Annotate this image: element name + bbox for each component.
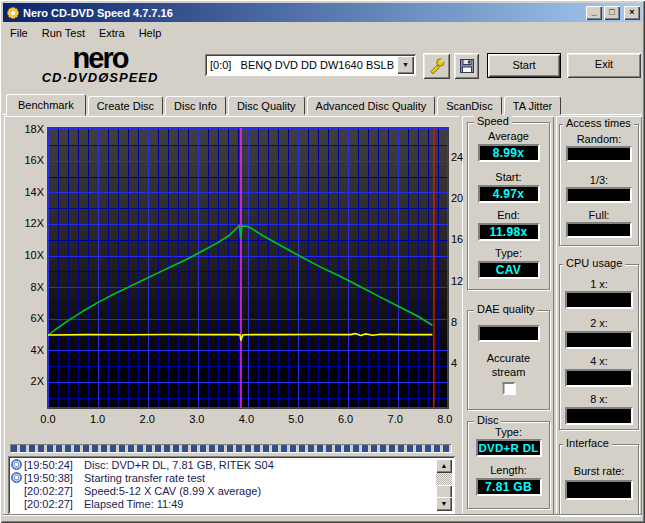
nero-logo: nero CD·DVDØSPEED — [14, 46, 186, 85]
log-entry: [20:02:27] Speed:5-12 X CAV (8.99 X aver… — [11, 484, 437, 497]
cpu-1x-value — [565, 291, 633, 309]
one-third-access-label: 1/3: — [560, 174, 638, 186]
cpu-1x-label: 1 x: — [560, 278, 638, 290]
menu-help[interactable]: Help — [132, 25, 169, 41]
cpu-usage-group-title: CPU usage — [563, 257, 625, 269]
app-window: Nero CD-DVD Speed 4.7.7.16 _ □ × File Ru… — [0, 0, 645, 523]
menu-extra[interactable]: Extra — [92, 25, 132, 41]
nero-logo-wordmark: nero — [14, 46, 186, 70]
access-times-group-title: Access times — [563, 117, 634, 129]
close-button[interactable]: × — [624, 6, 640, 20]
log-entry: [19:50:24] Disc: DVD+R DL, 7.81 GB, RITE… — [11, 458, 437, 471]
start-speed-value: 4.97x — [478, 185, 540, 203]
log-time: [20:02:27] — [24, 498, 84, 510]
tab-disc-quality[interactable]: Disc Quality — [228, 96, 305, 115]
scroll-down-icon[interactable]: ▼ — [436, 497, 452, 511]
full-access-label: Full: — [560, 209, 638, 221]
burst-rate-value — [565, 480, 633, 500]
end-speed-value: 11.98x — [478, 223, 540, 241]
status-bar — [3, 514, 642, 520]
log-list[interactable]: [19:50:24] Disc: DVD+R DL, 7.81 GB, RITE… — [8, 456, 455, 514]
dae-quality-group-title: DAE quality — [474, 303, 537, 315]
cpu-8x-label: 8 x: — [560, 393, 638, 405]
menu-file[interactable]: File — [3, 25, 35, 41]
access-times-group: Access times Random: 1/3: Full: — [559, 124, 639, 246]
menu-bar: File Run Test Extra Help — [3, 23, 642, 42]
log-time: [19:50:24] — [24, 459, 84, 471]
cpu-4x-value — [565, 369, 633, 387]
disc-length-value: 7.81 GB — [476, 478, 542, 496]
log-entry: [20:02:27] Elapsed Time: 11:49 — [11, 497, 437, 510]
log-text: Elapsed Time: 11:49 — [84, 498, 183, 510]
save-button[interactable] — [454, 53, 479, 79]
tab-benchmark[interactable]: Benchmark — [6, 94, 86, 116]
minimize-button[interactable]: _ — [586, 6, 602, 20]
exit-button[interactable]: Exit — [567, 53, 641, 78]
average-speed-value: 8.99x — [478, 144, 540, 162]
log-time: [19:50:38] — [24, 472, 84, 484]
disc-icon — [11, 472, 24, 483]
dae-quality-group: DAE quality Accurate stream — [467, 310, 550, 410]
disc-type-value: DVD+R DL — [476, 439, 542, 457]
tab-disc-info[interactable]: Disc Info — [165, 96, 226, 115]
chart-plot-area — [48, 128, 448, 408]
app-icon — [6, 6, 20, 20]
window-title: Nero CD-DVD Speed 4.7.7.16 — [23, 7, 584, 19]
maximize-button[interactable]: □ — [604, 6, 620, 20]
drive-select-combobox[interactable]: [0:0] BENQ DVD DD DW1640 BSLB ▼ — [205, 54, 416, 76]
tab-scandisc[interactable]: ScanDisc — [437, 96, 501, 115]
cpu-2x-label: 2 x: — [560, 317, 638, 329]
cdvdspeed-logo-text: CD·DVDØSPEED — [14, 70, 186, 85]
speed-type-value: CAV — [478, 261, 540, 279]
tab-ta-jitter[interactable]: TA Jitter — [504, 96, 562, 115]
start-speed-label: Start: — [468, 171, 549, 183]
disc-type-label: Type: — [468, 426, 549, 438]
end-speed-label: End: — [468, 209, 549, 221]
speed-group-title: Speed — [474, 115, 512, 127]
cpu-4x-label: 4 x: — [560, 355, 638, 367]
transfer-rate-chart — [48, 128, 448, 408]
accurate-stream-label: Accurate stream — [478, 351, 540, 379]
disc-group-title: Disc — [474, 414, 501, 426]
burst-rate-label: Burst rate: — [560, 465, 638, 477]
log-time: [20:02:27] — [24, 485, 84, 497]
dae-quality-value — [478, 325, 540, 342]
average-speed-label: Average — [468, 130, 549, 142]
cpu-2x-value — [565, 331, 633, 349]
full-access-value — [566, 222, 632, 238]
tab-bar: Benchmark Create Disc Disc Info Disc Qua… — [6, 93, 642, 115]
speed-group: Speed Average 8.99x Start: 4.97x End: 11… — [467, 122, 550, 290]
drive-select-value: [0:0] BENQ DVD DD DW1640 BSLB — [205, 59, 397, 71]
log-text: Speed:5-12 X CAV (8.99 X average) — [84, 485, 261, 497]
tab-advanced-disc-quality[interactable]: Advanced Disc Quality — [307, 96, 436, 115]
disc-length-label: Length: — [468, 464, 549, 476]
tab-create-disc[interactable]: Create Disc — [88, 96, 163, 115]
log-entry: [19:50:38] Starting transfer rate test — [11, 471, 437, 484]
random-access-label: Random: — [560, 133, 638, 145]
accurate-stream-checkbox[interactable] — [502, 382, 515, 395]
options-button[interactable] — [423, 53, 450, 79]
log-icon-spacer — [11, 485, 24, 496]
log-text: Starting transfer rate test — [84, 472, 205, 484]
cpu-usage-group: CPU usage 1 x: 2 x: 4 x: 8 x: — [559, 264, 639, 430]
log-text: Disc: DVD+R DL, 7.81 GB, RITEK S04 — [84, 459, 274, 471]
chevron-down-icon[interactable]: ▼ — [397, 56, 414, 74]
tools-icon — [428, 57, 446, 75]
menu-run-test[interactable]: Run Test — [35, 25, 92, 41]
scroll-up-icon[interactable]: ▲ — [436, 459, 452, 473]
disc-group: Disc Type: DVD+R DL Length: 7.81 GB — [467, 421, 550, 509]
cpu-8x-value — [565, 407, 633, 425]
title-bar[interactable]: Nero CD-DVD Speed 4.7.7.16 _ □ × — [3, 3, 642, 22]
test-progress-bar — [10, 444, 452, 453]
disc-icon — [11, 459, 24, 470]
log-icon-spacer — [11, 498, 24, 509]
speed-type-label: Type: — [468, 247, 549, 259]
random-access-value — [566, 146, 632, 162]
one-third-access-value — [566, 187, 632, 203]
floppy-disk-icon — [459, 58, 475, 74]
log-scrollbar[interactable]: ▲ ▼ — [436, 459, 452, 511]
start-button[interactable]: Start — [487, 53, 561, 78]
interface-group-title: Interface — [563, 437, 612, 449]
interface-group: Interface Burst rate: — [559, 444, 639, 516]
